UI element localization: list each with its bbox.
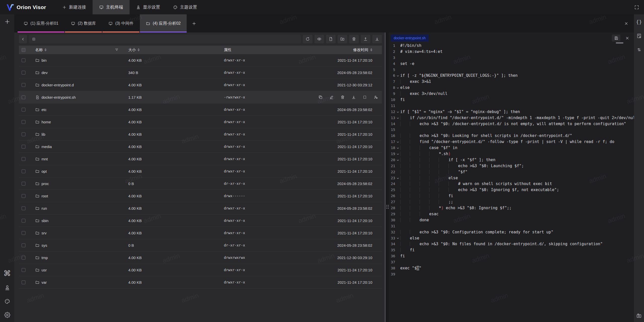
fold-toggle-icon[interactable] (395, 109, 400, 115)
filter-icon[interactable] (115, 48, 118, 52)
delete-button[interactable] (340, 95, 345, 99)
path-input[interactable] (38, 37, 298, 41)
table-row[interactable]: sbin4.00 KBdrwxr-xr-x2021-11-24 17:20:10 (19, 214, 382, 227)
new-folder-button[interactable] (338, 35, 347, 43)
table-row[interactable]: home4.00 KBdrwxr-xr-x2021-11-24 17:20:10 (19, 116, 382, 128)
code-line: 19 *.sh) (389, 151, 634, 157)
permission-button[interactable] (374, 95, 378, 99)
table-row[interactable]: sys0 Bdr-xr-xr-x2024-05-28 23:58:02 (19, 239, 382, 252)
row-checkbox[interactable] (22, 243, 25, 247)
table-row[interactable]: var4.00 KBdrwxr-xr-x2021-11-24 17:20:10 (19, 276, 382, 289)
row-checkbox[interactable] (22, 58, 25, 62)
table-row[interactable]: media4.00 KBdrwxr-xr-x2021-11-24 17:20:1… (19, 140, 382, 153)
table-row[interactable]: proc0 Bdr-xr-xr-x2024-05-28 23:58:02 (19, 177, 382, 190)
download-button[interactable] (372, 35, 382, 43)
table-row[interactable]: etc4.00 KBdrwxr-xr-x2024-05-28 23:58:02 (19, 103, 382, 116)
row-checkbox[interactable] (22, 83, 25, 87)
camera-icon[interactable] (636, 313, 642, 318)
row-checkbox[interactable] (22, 157, 25, 161)
editor-header: docker-entrypoint.sh (389, 32, 634, 42)
row-checkbox[interactable] (22, 169, 25, 173)
edit-button[interactable] (329, 95, 334, 99)
table-row[interactable]: run4.00 KBdrwxr-xr-x2024-05-28 23:58:02 (19, 202, 382, 214)
right-rail: {} (634, 14, 644, 322)
delete-button[interactable] (349, 35, 359, 43)
table-row[interactable]: opt4.00 KBdrwxr-xr-x2021-11-24 17:20:10 (19, 165, 382, 177)
row-checkbox[interactable] (22, 120, 25, 124)
editor-close-button[interactable] (623, 34, 631, 42)
braces-icon[interactable]: {} (636, 19, 642, 25)
file-mode: drwxr-xr-x (221, 120, 318, 124)
nav-item-2[interactable]: 主机终端 (93, 0, 130, 14)
stamp-icon[interactable] (4, 285, 10, 291)
editor-scrollbar-thumb[interactable] (616, 42, 623, 44)
fold-toggle-icon[interactable] (395, 235, 400, 241)
row-checkbox[interactable] (22, 256, 25, 260)
fold-toggle-icon[interactable] (395, 157, 400, 163)
row-checkbox[interactable] (22, 145, 25, 149)
new-tab-rail-button[interactable] (4, 18, 11, 25)
row-checkbox[interactable] (22, 194, 25, 198)
move-button[interactable] (363, 95, 367, 99)
row-checkbox[interactable] (22, 280, 25, 284)
row-checkbox[interactable] (22, 182, 25, 186)
refresh-button[interactable] (303, 35, 312, 43)
table-row[interactable]: tmp4.00 KBdrwxrwxrwx2021-12-30 03:29:10 (19, 252, 382, 264)
preview-button[interactable] (314, 35, 324, 43)
panel-resize-divider[interactable] (385, 32, 389, 322)
folder-icon (35, 256, 39, 260)
nav-item-1[interactable]: 新建连接 (56, 0, 93, 14)
row-checkbox[interactable] (22, 132, 25, 136)
table-row[interactable]: root4.00 KBdrwx------2021-11-24 17:20:10 (19, 190, 382, 202)
fold-toggle-icon[interactable] (395, 73, 400, 79)
select-all-checkbox[interactable] (22, 48, 25, 52)
fold-toggle-icon[interactable] (395, 175, 400, 181)
save-button[interactable] (612, 34, 620, 42)
download-button[interactable] (351, 95, 356, 99)
doc-bookmark-icon[interactable] (636, 33, 642, 39)
fold-toggle-icon[interactable] (395, 151, 400, 157)
updown-icon[interactable] (636, 47, 642, 52)
row-checkbox[interactable] (22, 95, 25, 99)
row-checkbox[interactable] (22, 219, 25, 223)
session-tab-2[interactable]: (2) 数据库 (65, 14, 102, 32)
gear-icon[interactable] (4, 312, 10, 318)
sort-mtime-control[interactable] (370, 48, 372, 51)
fold-toggle-icon[interactable] (395, 139, 400, 145)
session-tab-3[interactable]: (3) 中间件 (102, 14, 139, 32)
resize-handle[interactable] (386, 205, 389, 209)
copy-button[interactable] (318, 95, 323, 99)
row-checkbox[interactable] (22, 206, 25, 210)
row-checkbox[interactable] (22, 231, 25, 235)
upload-button[interactable] (361, 35, 370, 43)
table-row[interactable]: mnt4.00 KBdrwxr-xr-x2021-11-24 17:20:10 (19, 153, 382, 165)
table-row[interactable]: docker-entrypoint.sh1.17 KB-rwxrwxr-x (19, 91, 382, 103)
sort-size-control[interactable] (138, 48, 140, 51)
table-row[interactable]: srv4.00 KBdrwxr-xr-x2021-11-24 17:20:10 (19, 227, 382, 239)
new-file-button[interactable] (326, 35, 336, 43)
table-row[interactable]: lib4.00 KBdrwxr-xr-x2021-11-24 17:20:10 (19, 128, 382, 140)
nav-item-3[interactable]: 显示设置 (130, 0, 167, 14)
table-row[interactable]: usr4.00 KBdrwxr-xr-x2021-11-24 17:20:10 (19, 264, 382, 276)
table-row[interactable]: bin4.00 KBdrwxr-xr-x2021-11-24 17:20:10 (19, 54, 382, 66)
sort-name-control[interactable] (45, 48, 47, 51)
fold-toggle-icon[interactable] (395, 145, 400, 151)
row-checkbox[interactable] (22, 108, 25, 112)
row-checkbox[interactable] (22, 71, 25, 75)
line-number: 34 (389, 241, 395, 247)
session-tab-1[interactable]: (1) 应用-分析01 (18, 14, 64, 32)
tabbar-close-icon[interactable] (624, 14, 634, 32)
code-editor[interactable]: 1#!/bin/sh2# vim:sw=4:ts=4:et3 4set -e5 … (389, 42, 634, 322)
fullscreen-icon[interactable] (632, 4, 641, 11)
table-row[interactable]: docker-entrypoint.d4.00 KBdrwxr-xr-x2021… (19, 79, 382, 91)
back-button[interactable] (19, 35, 27, 43)
table-row[interactable]: dev340 Bdrwxr-xr-x2024-05-28 23:58:02 (19, 66, 382, 79)
fold-toggle-icon[interactable] (395, 115, 400, 121)
row-checkbox[interactable] (22, 268, 25, 272)
session-tab-4[interactable]: (4) 应用-分析02 (140, 14, 187, 32)
palette-icon[interactable] (4, 298, 10, 304)
fold-toggle-icon[interactable] (395, 85, 400, 91)
nav-item-4[interactable]: 主题设置 (167, 0, 204, 14)
command-icon[interactable]: ⌘ (4, 270, 11, 277)
add-tab-button[interactable] (187, 14, 202, 32)
